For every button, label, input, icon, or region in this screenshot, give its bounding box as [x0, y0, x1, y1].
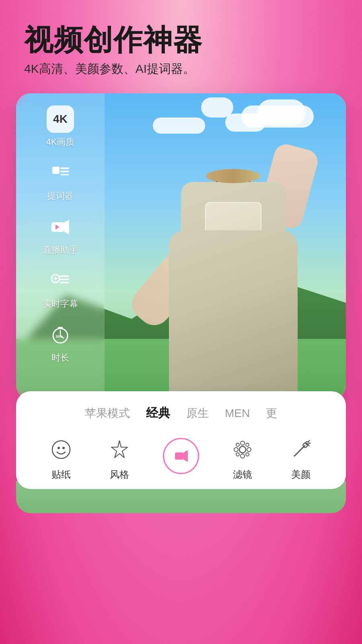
4k-label: 4K: [53, 113, 68, 126]
subtitle-icon: [47, 267, 74, 295]
svg-rect-23: [175, 452, 184, 460]
svg-line-40: [308, 445, 309, 446]
live-text: 直播助手: [43, 244, 78, 256]
headband: [206, 169, 261, 183]
record-icon[interactable]: [163, 438, 199, 474]
bottom-panel: 苹果模式 经典 原生 MEN 更: [16, 391, 346, 489]
live-icon: [47, 213, 74, 241]
tool-record[interactable]: [163, 438, 199, 478]
page-title: 视频创作神器: [24, 24, 338, 56]
svg-point-33: [246, 453, 249, 456]
svg-marker-22: [111, 441, 128, 458]
header-section: 视频创作神器 4K高清、美颜参数、AI提词器。: [0, 0, 362, 85]
svg-point-28: [234, 448, 238, 452]
sticker-label: 贴纸: [51, 468, 71, 481]
mode-tabs: 苹果模式 经典 原生 MEN 更: [16, 403, 346, 423]
beauty-label: 美颜: [291, 468, 311, 481]
person-body: [169, 166, 298, 399]
sticker-icon: [47, 435, 76, 464]
tool-beauty[interactable]: 美颜: [286, 435, 315, 481]
phone-mockup: 4K 4K画质 A: [16, 93, 346, 513]
svg-point-26: [241, 441, 245, 445]
svg-text:A: A: [54, 167, 58, 173]
tool-filter[interactable]: 滤镜: [228, 435, 257, 481]
tool-style[interactable]: 风格: [105, 435, 134, 481]
control-4k[interactable]: 4K 4K画质: [46, 105, 75, 148]
page-subtitle: 4K高清、美颜参数、AI提词器。: [24, 61, 338, 77]
tab-apple[interactable]: 苹果模式: [85, 404, 130, 423]
svg-point-37: [306, 443, 308, 444]
tool-sticker[interactable]: 贴纸: [47, 435, 76, 481]
camera-card: 4K 4K画质 A: [16, 93, 346, 399]
tab-men[interactable]: MEN: [225, 405, 250, 421]
4k-icon-box: 4K: [47, 105, 74, 133]
camera-scene: 4K 4K画质 A: [16, 93, 346, 399]
person-figure: [137, 93, 330, 399]
svg-text:30m: 30m: [56, 334, 63, 339]
svg-point-31: [246, 443, 249, 446]
svg-line-38: [308, 440, 310, 442]
svg-rect-18: [58, 327, 63, 329]
control-live[interactable]: 直播助手: [43, 213, 78, 256]
svg-point-19: [52, 441, 70, 458]
4k-text: 4K画质: [46, 136, 75, 148]
tab-more[interactable]: 更: [266, 404, 277, 423]
svg-point-30: [236, 443, 239, 446]
control-subtitle[interactable]: 实时字幕: [43, 267, 78, 310]
svg-point-21: [62, 447, 65, 449]
filter-icon: [228, 435, 257, 464]
style-icon: [105, 435, 134, 464]
svg-point-20: [58, 447, 60, 449]
control-teleprompter[interactable]: A 提词器: [47, 159, 74, 202]
svg-point-27: [241, 454, 245, 458]
control-duration[interactable]: 30m 时长: [47, 321, 74, 364]
duration-text: 时长: [51, 352, 69, 364]
svg-point-29: [247, 448, 251, 452]
tab-original[interactable]: 原生: [186, 404, 209, 423]
svg-marker-6: [64, 220, 69, 234]
filter-label: 滤镜: [233, 468, 252, 481]
tab-classic[interactable]: 经典: [146, 403, 170, 423]
svg-line-34: [294, 446, 305, 456]
svg-point-32: [236, 453, 239, 456]
controls-panel: 4K 4K画质 A: [16, 93, 105, 399]
duration-icon: 30m: [47, 321, 74, 349]
svg-marker-24: [184, 450, 188, 462]
subtitle-text: 实时字幕: [43, 298, 78, 310]
bottom-tools: 贴纸 风格: [16, 435, 346, 481]
style-label: 风格: [110, 468, 129, 481]
svg-point-25: [239, 446, 246, 453]
beauty-icon: [286, 435, 315, 464]
teleprompter-text: 提词器: [47, 190, 74, 202]
dress: [169, 230, 298, 399]
teleprompter-icon: A: [47, 159, 74, 187]
